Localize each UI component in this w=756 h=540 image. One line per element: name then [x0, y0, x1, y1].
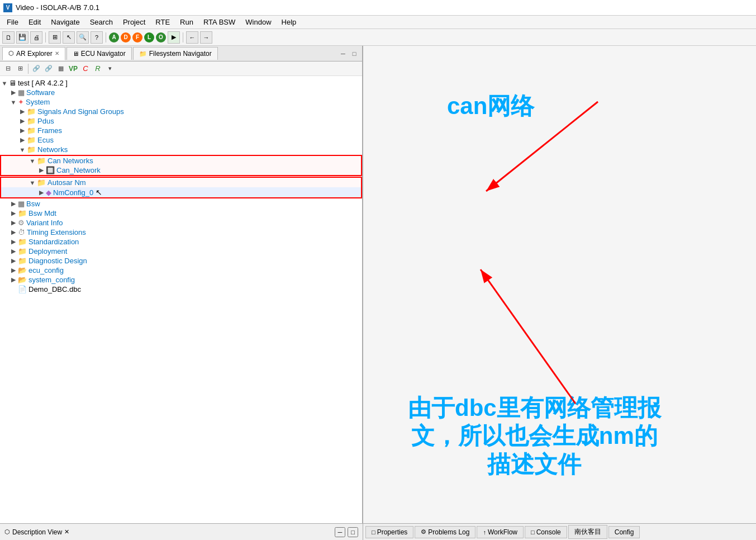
fwd-btn[interactable]: → [200, 31, 212, 44]
menu-navigate[interactable]: Navigate [46, 17, 84, 27]
tree-item-autosar-nm[interactable]: ▼ 📁 Autosar Nm [1, 178, 361, 187]
new-btn[interactable]: 🗋 [2, 31, 15, 44]
tree-item-system[interactable]: ▼ ✦ System [0, 97, 362, 107]
workflow-icon: ↑ [483, 529, 486, 536]
desc-close[interactable]: ✕ [64, 528, 69, 536]
back-btn[interactable]: ← [186, 31, 198, 44]
can-network-icon: 🔲 [46, 166, 55, 174]
window-title: Video - ISOLAR-A/B 7.0.1 [16, 3, 99, 12]
workflow-label: WorkFlow [488, 528, 517, 536]
circle-a[interactable]: A [109, 32, 119, 42]
vp-btn[interactable]: VP [68, 63, 79, 74]
problems-label: Problems Log [428, 528, 469, 536]
tree-container: ▼ 🖥 test [ AR 4.2.2 ] ▶ ▦ Software ▼ ✦ S… [0, 76, 362, 523]
r-btn[interactable]: R [92, 63, 103, 74]
ecu-nav-label: ECU Navigator [81, 50, 126, 58]
bottom-left-maximize[interactable]: □ [348, 527, 358, 537]
other-label: 南伙客目 [574, 527, 601, 537]
tree-item-can-network[interactable]: ▶ 🔲 Can_Network [1, 165, 361, 175]
minimize-btn[interactable]: ─ [337, 48, 349, 59]
expand-btn[interactable]: ⊞ [15, 63, 26, 74]
tree-item-standardization[interactable]: ▶ 📁 Standardization [0, 237, 362, 247]
dropdown-btn[interactable]: ▾ [104, 63, 116, 74]
tree-item-signals[interactable]: ▶ 📁 Signals And Signal Groups [0, 107, 362, 116]
tree-item-bsw[interactable]: ▶ ▦ Bsw [0, 199, 362, 209]
menu-rtabsw[interactable]: RTA BSW [199, 17, 240, 27]
bottom-tab-problems[interactable]: ⚙ Problems Log [415, 526, 476, 538]
maximize-btn[interactable]: □ [349, 48, 360, 59]
circle-f[interactable]: F [132, 32, 142, 42]
tab-filesystem-navigator[interactable]: 📁 Filesystem Navigator [133, 47, 218, 60]
filter-btn[interactable]: ▦ [55, 63, 66, 74]
tree-item-can-networks[interactable]: ▼ 📁 Can Networks [1, 156, 361, 165]
tree-item-software[interactable]: ▶ ▦ Software [0, 88, 362, 97]
bottom-tab-console[interactable]: □ Console [525, 526, 567, 538]
tree-item-timing-ext[interactable]: ▶ ⏱ Timing Extensions [0, 228, 362, 237]
tab-ar-explorer[interactable]: ⬡ AR Explorer ✕ [2, 47, 65, 60]
right-panel: can网络 由于dbc里有网络管理报文，所以也会生成nm的描述文件 [363, 46, 756, 523]
tree-item-networks[interactable]: ▼ 📁 Networks [0, 145, 362, 154]
system-label: System [26, 98, 50, 106]
ecu-config-icon: 📂 [18, 266, 27, 274]
save-btn[interactable]: 💾 [16, 31, 28, 44]
tab-close-ar[interactable]: ✕ [55, 50, 59, 56]
ecu-nav-icon: 🖥 [73, 50, 79, 57]
run-btn[interactable]: ▶ [168, 31, 180, 44]
menu-edit[interactable]: Edit [24, 17, 45, 27]
menu-window[interactable]: Window [241, 17, 275, 27]
link-btn[interactable]: 🔗 [43, 63, 54, 74]
circle-o[interactable]: O [156, 32, 166, 42]
tree-item-variant-info[interactable]: ▶ ⚙ Variant Info [0, 218, 362, 228]
help-btn[interactable]: ? [91, 31, 103, 44]
annotation-can: can网络 [447, 91, 534, 122]
software-icon: ▦ [18, 88, 25, 97]
sync-btn[interactable]: 🔗 [31, 63, 42, 74]
menu-rte[interactable]: RTE [151, 17, 174, 27]
tree-item-system-config[interactable]: ▶ 📂 system_config [0, 275, 362, 285]
zoom-btn[interactable]: 🔍 [77, 31, 89, 44]
cursor-btn[interactable]: ↖ [63, 31, 75, 44]
tree-item-nmconfig0[interactable]: ▶ ◆ NmConfig_0 ↖ [1, 187, 361, 197]
menu-run[interactable]: Run [175, 17, 198, 27]
tree-item-demo-dbc[interactable]: 📄 Demo_DBC.dbc [0, 285, 362, 294]
title-bar: V Video - ISOLAR-A/B 7.0.1 [0, 0, 756, 16]
timing-ext-label: Timing Extensions [27, 228, 86, 236]
menu-project[interactable]: Project [118, 17, 150, 27]
print-btn[interactable]: 🖨 [30, 31, 42, 44]
standardization-icon: 📁 [18, 238, 27, 246]
menu-file[interactable]: File [2, 17, 23, 27]
properties-icon: □ [372, 529, 375, 536]
menu-help[interactable]: Help [277, 17, 301, 27]
tree-item-pdus[interactable]: ▶ 📁 Pdus [0, 116, 362, 126]
tree-item-diagnostic[interactable]: ▶ 📁 Diagnostic Design [0, 256, 362, 266]
circle-l[interactable]: L [144, 32, 154, 42]
bsw-icon: ▦ [18, 200, 25, 208]
bottom-left: ⬡ Description View ✕ ─ □ [0, 524, 363, 540]
grid-btn[interactable]: ⊞ [49, 31, 61, 44]
ar-explorer-label: AR Explorer [16, 50, 53, 58]
annotation-nm: 由于dbc里有网络管理报文，所以也会生成nm的描述文件 [408, 394, 661, 479]
tree-item-frames[interactable]: ▶ 📁 Frames [0, 126, 362, 135]
tab-ecu-navigator[interactable]: 🖥 ECU Navigator [66, 47, 132, 60]
collapse-all-btn[interactable]: ⊟ [2, 63, 13, 74]
bottom-left-minimize[interactable]: ─ [335, 527, 346, 537]
autosar-nm-label: Autosar Nm [47, 178, 86, 187]
bottom-tab-other[interactable]: 南伙客目 [568, 525, 607, 539]
autosar-nm-icon: 📁 [37, 178, 46, 187]
fs-nav-label: Filesystem Navigator [149, 50, 212, 58]
bottom-tab-properties[interactable]: □ Properties [365, 526, 413, 538]
tree-item-ecus[interactable]: ▶ 📁 Ecus [0, 135, 362, 145]
tree-item-deployment[interactable]: ▶ 📁 Deployment [0, 247, 362, 256]
menu-search[interactable]: Search [85, 17, 117, 27]
bottom-tab-config[interactable]: Config [608, 526, 640, 538]
tree-item-ecu-config[interactable]: ▶ 📂 ecu_config [0, 266, 362, 275]
bsw-mdt-label: Bsw Mdt [28, 209, 56, 217]
tree-root[interactable]: ▼ 🖥 test [ AR 4.2.2 ] [0, 78, 362, 88]
frames-label: Frames [37, 126, 62, 135]
circle-d[interactable]: D [121, 32, 131, 42]
bottom-tab-workflow[interactable]: ↑ WorkFlow [477, 526, 524, 538]
can-networks-icon: 📁 [37, 157, 46, 165]
tree-section-autosar: ▼ 📁 Autosar Nm ▶ ◆ NmConfig_0 ↖ [0, 177, 362, 198]
c-btn[interactable]: C [80, 63, 91, 74]
tree-item-bsw-mdt[interactable]: ▶ 📁 Bsw Mdt [0, 209, 362, 218]
